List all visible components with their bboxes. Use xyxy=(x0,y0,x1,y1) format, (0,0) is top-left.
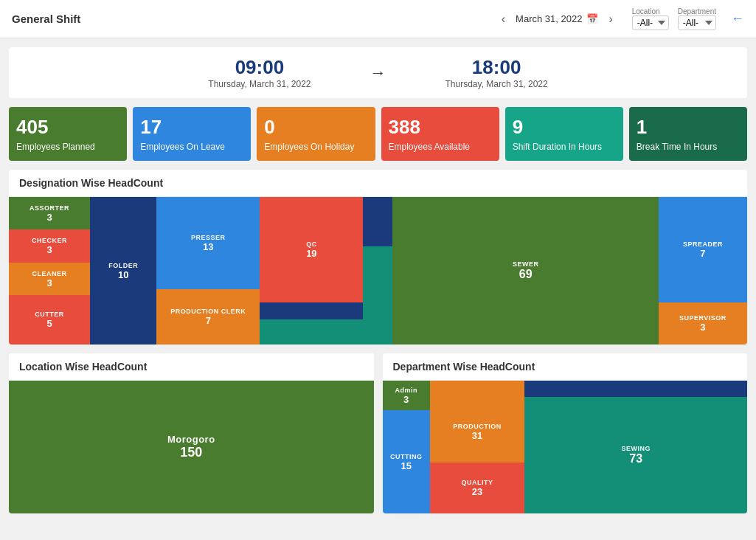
tm-cleaner: CLEANER 3 xyxy=(9,263,90,295)
calendar-icon[interactable]: 📅 xyxy=(586,13,598,24)
tm-production-clerk: PRODUCTION CLERK 7 xyxy=(156,289,260,345)
header: General Shift ‹ March 31, 2022 📅 › Locat… xyxy=(0,0,756,38)
tm-accent1 xyxy=(363,197,392,246)
tm-morogoro: Morogoro 150 xyxy=(9,381,374,513)
department-filter: Department -All- xyxy=(678,7,716,30)
leave-number: 17 xyxy=(140,116,243,139)
location-chart-section: Location Wise HeadCount Morogoro 150 xyxy=(9,353,374,513)
tm-spreader: SPREADER 7 xyxy=(659,197,747,302)
stats-row: 405 Employees Planned 17 Employees On Le… xyxy=(9,107,747,161)
tm-admin: Admin 3 xyxy=(383,381,430,410)
tm-folder: FOLDER 10 xyxy=(90,197,156,345)
tm-presser: PRESSER 13 xyxy=(156,197,260,289)
shift-number: 9 xyxy=(513,116,616,139)
arrow-icon: → xyxy=(370,63,386,83)
department-label: Department xyxy=(678,7,716,15)
designation-chart-section: Designation Wise HeadCount ASSORTER 3 CH… xyxy=(9,170,747,345)
tm-dept-accent xyxy=(524,381,747,397)
prev-date-button[interactable]: ‹ xyxy=(497,11,510,27)
designation-treemap: ASSORTER 3 CHECKER 3 CLEANER 3 CUTTER xyxy=(9,197,747,345)
tm-production-top xyxy=(430,381,525,401)
stat-card-holiday: 0 Employees On Holiday xyxy=(257,107,375,161)
stat-card-leave: 17 Employees On Leave xyxy=(133,107,251,161)
holiday-label: Employees On Holiday xyxy=(264,142,367,152)
start-day: Thursday, March 31, 2022 xyxy=(208,79,311,89)
end-time: 18:00 xyxy=(445,56,548,79)
stat-card-break: 1 Break Time In Hours xyxy=(629,107,747,161)
location-label: Location xyxy=(632,7,669,15)
planned-number: 405 xyxy=(16,116,119,139)
end-day: Thursday, March 31, 2022 xyxy=(445,79,548,89)
location-select[interactable]: -All- xyxy=(632,15,669,30)
break-number: 1 xyxy=(637,116,740,139)
department-select[interactable]: -All- xyxy=(678,15,716,30)
department-treemap: Admin 3 CUTTING 15 PRO xyxy=(383,381,748,513)
available-label: Employees Available xyxy=(389,142,492,152)
location-treemap: Morogoro 150 xyxy=(9,381,374,513)
next-date-button[interactable]: › xyxy=(604,11,617,27)
start-time-block: 09:00 Thursday, March 31, 2022 xyxy=(208,56,311,89)
stat-card-available: 388 Employees Available xyxy=(381,107,499,161)
stat-card-planned: 405 Employees Planned xyxy=(9,107,127,161)
date-display: March 31, 2022 📅 xyxy=(516,13,598,24)
designation-chart-title: Designation Wise HeadCount xyxy=(9,170,747,197)
stat-card-shift: 9 Shift Duration In Hours xyxy=(505,107,623,161)
department-chart-section: Department Wise HeadCount Admin 3 CUTTIN… xyxy=(383,353,748,513)
tm-cutting: CUTTING 15 xyxy=(383,410,430,513)
tm-supervisor: SUPERVISOR 3 xyxy=(659,302,747,345)
filters: Location -All- Department -All- ← xyxy=(632,7,744,30)
available-number: 388 xyxy=(389,116,492,139)
tm-qc: QC 19 xyxy=(260,197,363,302)
tm-accent2 xyxy=(363,246,392,345)
tm-sewing: SEWING 73 xyxy=(524,397,747,513)
tm-checker: CHECKER 3 xyxy=(9,229,90,262)
tm-production: PRODUCTION 31 xyxy=(430,401,525,463)
tm-small1 xyxy=(260,302,363,319)
main-content: 09:00 Thursday, March 31, 2022 → 18:00 T… xyxy=(0,38,756,540)
planned-label: Employees Planned xyxy=(16,142,119,152)
location-chart-title: Location Wise HeadCount xyxy=(9,353,374,381)
break-label: Break Time In Hours xyxy=(637,142,740,152)
tm-cutter: CUTTER 5 xyxy=(9,295,90,345)
tm-quality: QUALITY 23 xyxy=(430,463,525,513)
start-time: 09:00 xyxy=(208,56,311,79)
leave-label: Employees On Leave xyxy=(140,142,243,152)
tm-small2 xyxy=(260,319,363,345)
bottom-charts: Location Wise HeadCount Morogoro 150 Dep… xyxy=(9,353,747,513)
page-title: General Shift xyxy=(12,13,497,25)
current-date: March 31, 2022 xyxy=(516,13,582,24)
tm-assorter: ASSORTER 3 xyxy=(9,197,90,229)
time-banner: 09:00 Thursday, March 31, 2022 → 18:00 T… xyxy=(9,47,747,98)
date-navigation: ‹ March 31, 2022 📅 › xyxy=(497,11,617,27)
back-button[interactable]: ← xyxy=(731,11,744,27)
tm-sewer: SEWER 69 xyxy=(392,197,658,345)
location-filter: Location -All- xyxy=(632,7,669,30)
holiday-number: 0 xyxy=(264,116,367,139)
department-chart-title: Department Wise HeadCount xyxy=(383,353,748,381)
end-time-block: 18:00 Thursday, March 31, 2022 xyxy=(445,56,548,89)
shift-label: Shift Duration In Hours xyxy=(513,142,616,152)
